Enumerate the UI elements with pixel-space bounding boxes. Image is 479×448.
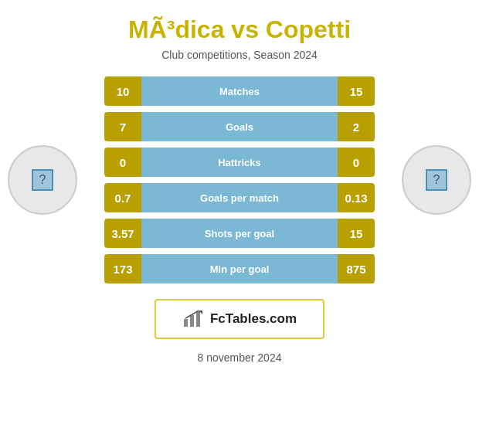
- stat-label: Shots per goal: [141, 219, 338, 248]
- stat-row: 10Matches15: [104, 76, 375, 106]
- branding-text: FcTables.com: [210, 311, 297, 327]
- stat-right-value: 0: [338, 156, 375, 169]
- page-container: MÃ³dica vs Copetti Club competitions, Se…: [0, 0, 479, 448]
- stat-row: 0.7Goals per match0.13: [104, 183, 375, 212]
- avatar-right: ?: [402, 145, 471, 215]
- branding-icon: [182, 308, 204, 330]
- stat-label: Min per goal: [141, 254, 338, 283]
- stat-right-value: 2: [338, 120, 375, 134]
- stat-label: Goals per match: [141, 183, 338, 212]
- stat-label: Hattricks: [141, 148, 338, 177]
- stat-left-value: 173: [104, 263, 141, 276]
- stat-right-value: 15: [338, 227, 375, 240]
- stat-right-value: 0.13: [338, 192, 375, 205]
- stat-row: 173Min per goal875: [104, 254, 375, 283]
- stat-row: 7Goals2: [104, 112, 375, 141]
- date-text: 8 november 2024: [198, 351, 282, 364]
- stat-right-value: 875: [338, 263, 375, 276]
- comparison-area: ? 10Matches157Goals20Hattricks00.7Goals …: [0, 76, 479, 283]
- svg-rect-2: [196, 311, 200, 327]
- stat-label: Goals: [141, 112, 338, 141]
- avatar-left: ?: [8, 145, 77, 215]
- stat-left-value: 7: [104, 120, 141, 134]
- stat-row: 3.57Shots per goal15: [104, 219, 375, 248]
- stat-label: Matches: [141, 76, 338, 106]
- stat-row: 0Hattricks0: [104, 148, 375, 177]
- page-subtitle: Club competitions, Season 2024: [161, 49, 318, 61]
- svg-rect-1: [190, 315, 194, 327]
- branding-box: FcTables.com: [155, 299, 324, 339]
- stat-left-value: 0.7: [104, 192, 141, 205]
- svg-rect-0: [184, 319, 188, 327]
- stat-left-value: 0: [104, 156, 141, 169]
- stat-left-value: 3.57: [104, 227, 141, 240]
- stat-right-value: 15: [338, 85, 375, 98]
- avatar-right-placeholder: ?: [426, 169, 447, 191]
- stats-table: 10Matches157Goals20Hattricks00.7Goals pe…: [104, 76, 375, 283]
- page-title: MÃ³dica vs Copetti: [128, 15, 351, 44]
- stat-left-value: 10: [104, 85, 141, 98]
- avatar-left-placeholder: ?: [32, 169, 53, 191]
